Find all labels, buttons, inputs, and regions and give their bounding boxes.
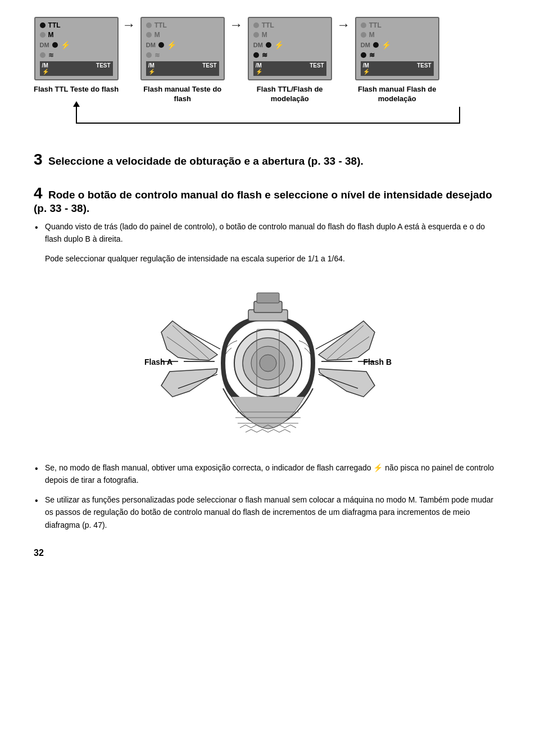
test-bar-left-4: /M⚡: [363, 62, 370, 75]
ttl-dot-4: [361, 22, 366, 28]
m-dot-4: [361, 32, 366, 38]
step4-number: 4: [34, 184, 43, 202]
ttl-label-4: TTL: [369, 21, 381, 29]
test-bar-right-1: TEST: [96, 62, 111, 75]
bolt-icon-3: ⚡: [274, 40, 284, 49]
waves-dot-4: [361, 52, 366, 58]
bolt-dot-4: [373, 42, 379, 48]
bullet-item-2: Se, no modo de flash manual, obtiver uma…: [34, 461, 502, 487]
step3-text: Seleccione a velocidade de obturação e a…: [48, 155, 364, 167]
ttl-label-1: TTL: [48, 21, 61, 29]
flash-label-b: Flash B: [363, 357, 392, 366]
flash-box-2: TTL M DM ⚡ ≋ /M⚡ TEST Flash manual Teste…: [139, 17, 226, 104]
flash-illustration: Flash A Flash B: [128, 276, 408, 450]
step3: 3 Seleccione a velocidade de obturação e…: [34, 151, 502, 169]
waves-dot-3: [253, 52, 259, 58]
m-label-4: M: [369, 31, 375, 39]
bolt-dot-2: [158, 42, 164, 48]
m-label-1: M: [48, 31, 54, 39]
bracket-right-line: [459, 107, 460, 124]
test-bar-right-4: TEST: [417, 62, 431, 75]
ttl-label-2: TTL: [155, 21, 167, 29]
bullet-list-2: Se, no modo de flash manual, obtiver uma…: [34, 461, 502, 531]
flash-label-a: Flash A: [144, 357, 172, 366]
ttl-dot-3: [253, 22, 259, 28]
waves-icon-3: ≋: [262, 51, 267, 59]
step4: 4 Rode o botão de controlo manual do fla…: [34, 184, 502, 215]
waves-dot-2: [146, 52, 152, 58]
lcd-panel-1: TTL M DM ⚡ ≋ /M⚡ TEST: [34, 17, 119, 80]
caption-4: Flash manual Flash de modelação: [353, 85, 440, 104]
bracket-up-arrow: [73, 101, 80, 107]
waves-icon-2: ≋: [155, 51, 160, 59]
arrow-3: →: [333, 17, 353, 64]
bracket-horiz-line: [76, 123, 460, 124]
test-bar-right-2: TEST: [202, 62, 217, 75]
flash-diagram-container: Flash A Flash B: [34, 276, 502, 450]
waves-icon-1: ≋: [48, 51, 54, 59]
flash-box-4: TTL M DM ⚡ ≋ /M⚡ TEST Flash manual Flash…: [353, 17, 440, 104]
bolt-dot-1: [52, 42, 58, 48]
bullet-item-1: Quando visto de trás (lado do painel de …: [34, 220, 502, 246]
lcd-panel-3: TTL M DM ⚡ ≋ /M⚡ TEST: [248, 17, 332, 80]
flash-box-1: TTL M DM ⚡ ≋ /M⚡ TEST Flash TTL Teste do…: [34, 17, 119, 94]
m-dot-3: [253, 32, 259, 38]
bullet-item-3: Se utilizar as funções personalizadas po…: [34, 494, 502, 531]
caption-3: Flash TTL/Flash de modelação: [246, 85, 333, 104]
waves-dot-1: [40, 52, 46, 58]
test-bar-left-2: /M⚡: [148, 62, 155, 75]
ttl-dot-2: [146, 22, 152, 28]
arrow-2: →: [226, 17, 246, 64]
caption-2: Flash manual Teste do flash: [139, 85, 226, 104]
lcd-panel-4: TTL M DM ⚡ ≋ /M⚡ TEST: [355, 17, 439, 80]
inline-paragraph: Pode seleccionar qualquer regulação de i…: [45, 252, 502, 265]
page-number: 32: [34, 548, 502, 558]
dm-label-3: DM: [253, 42, 263, 48]
caption-1: Flash TTL Teste do flash: [34, 85, 119, 94]
dm-label-4: DM: [361, 42, 370, 48]
dm-label-2: DM: [146, 42, 156, 48]
step4-text: Rode o botão de controlo manual do flash…: [34, 189, 492, 214]
arrow-1: →: [119, 17, 139, 64]
flash-box-3: TTL M DM ⚡ ≋ /M⚡ TEST Flash TTL/Flash de…: [246, 17, 333, 104]
bolt-icon-2: ⚡: [167, 40, 176, 49]
m-dot-1: [40, 32, 46, 38]
test-bar-1: /M⚡ TEST: [40, 61, 113, 76]
dm-label-1: DM: [40, 42, 49, 48]
bolt-dot-3: [266, 42, 271, 48]
test-bar-left-1: /M⚡: [42, 62, 49, 75]
bracket-left-line: [76, 107, 77, 124]
m-label-2: M: [155, 31, 160, 39]
test-bar-4: /M⚡ TEST: [361, 61, 434, 76]
test-bar-3: /M⚡ TEST: [253, 61, 326, 76]
test-bar-right-3: TEST: [310, 62, 324, 75]
svg-point-4: [260, 355, 276, 372]
ttl-label-3: TTL: [262, 21, 274, 29]
lcd-panel-2: TTL M DM ⚡ ≋ /M⚡ TEST: [140, 17, 225, 80]
ttl-dot-1: [40, 22, 46, 28]
diagram-row: TTL M DM ⚡ ≋ /M⚡ TEST Flash TTL Teste do…: [34, 17, 502, 104]
m-label-3: M: [262, 31, 267, 39]
bullet-list: Quando visto de trás (lado do painel de …: [34, 220, 502, 246]
test-bar-left-3: /M⚡: [256, 62, 262, 75]
test-bar-2: /M⚡ TEST: [146, 61, 219, 76]
waves-icon-4: ≋: [369, 51, 375, 59]
bracket-container: [34, 107, 502, 135]
bolt-icon-4: ⚡: [381, 40, 391, 49]
svg-rect-16: [257, 293, 279, 303]
m-dot-2: [146, 32, 152, 38]
bolt-icon-1: ⚡: [61, 40, 70, 49]
step3-number: 3: [34, 151, 43, 168]
